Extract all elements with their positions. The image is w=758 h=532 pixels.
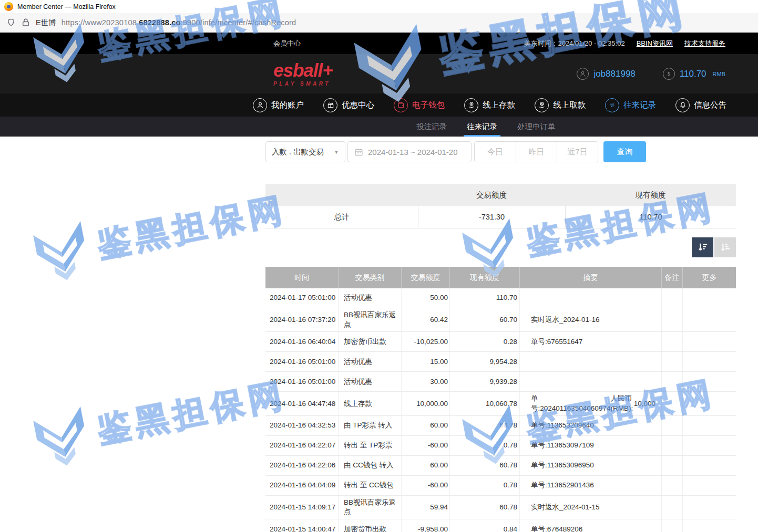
logo-text: esball+ — [273, 61, 333, 79]
last-7-days-button[interactable]: 近7日 — [557, 142, 598, 162]
cell-amount: 60.00 — [401, 456, 449, 475]
watermark-logo-icon — [26, 398, 97, 477]
cell-note — [661, 372, 682, 391]
cell-balance: 9,954.28 — [449, 352, 519, 371]
cell-time: 2024-01-16 04:04:09 — [265, 476, 338, 495]
cell-note — [661, 332, 682, 351]
summary-total-label: 总计 — [265, 206, 418, 228]
lock-icon[interactable] — [21, 18, 30, 27]
nav-item-transaction-records[interactable]: 往来记录 — [605, 98, 656, 112]
nav-item-e-wallet[interactable]: 电子钱包 — [394, 98, 445, 112]
table-row: 2024-01-15 14:00:47 加密货币出款 -9,958.00 0.8… — [265, 519, 736, 532]
nav-item-withdraw[interactable]: 线上取款 — [535, 98, 586, 112]
firefox-icon — [4, 2, 13, 11]
quick-date-buttons: 今日 昨日 近7日 — [474, 141, 598, 162]
cell-amount: 60.42 — [401, 308, 449, 331]
tech-support-link[interactable]: 技术支持服务 — [684, 39, 725, 48]
cell-type: 转出 至 TP彩票 — [338, 436, 401, 455]
cell-more — [682, 352, 736, 371]
cell-type: 加密货币出款 — [338, 519, 401, 532]
browser-titlebar: Member Center — Mozilla Firefox — [0, 0, 758, 13]
cell-time: 2024-01-15 14:09:17 — [265, 496, 338, 519]
shield-icon[interactable] — [6, 18, 16, 27]
summary-total-row: 总计 -731.30 110.70 — [265, 206, 736, 228]
account-info[interactable]: job881998 — [577, 68, 635, 80]
esball-logo[interactable]: esball+ PLAY SMART — [273, 61, 333, 87]
cell-more — [682, 308, 736, 331]
sort-ascending-button[interactable] — [714, 237, 736, 257]
records-icon — [605, 98, 619, 112]
cell-time: 2024-01-16 07:37:20 — [265, 308, 338, 331]
watermark-logo-icon — [26, 213, 97, 292]
tab-pending-orders[interactable]: 处理中订单 — [517, 117, 556, 137]
cell-more — [682, 416, 736, 435]
cell-time: 2024-01-16 06:40:04 — [265, 332, 338, 351]
summary-table: 交易额度 现有额度 总计 -731.30 110.70 — [265, 184, 736, 228]
cell-type: BB视讯百家乐返点 — [338, 308, 401, 331]
site-header: esball+ PLAY SMART job881998 110.70 RMB — [0, 54, 758, 93]
dollar-coin-icon — [663, 68, 675, 80]
nav-item-deposit[interactable]: 线上存款 — [464, 98, 515, 112]
nav-item-my-account[interactable]: 我的账户 — [253, 98, 304, 112]
cell-balance: 0.78 — [449, 436, 519, 455]
username: job881998 — [593, 69, 635, 79]
cell-type: 线上存款 — [338, 392, 401, 415]
cell-amount: -60.00 — [401, 476, 449, 495]
cell-time: 2024-01-16 04:22:06 — [265, 456, 338, 475]
cell-balance: 110.70 — [449, 288, 519, 308]
summary-header-row: 交易额度 现有额度 — [265, 184, 736, 206]
cell-time: 2024-01-16 05:01:00 — [265, 352, 338, 371]
cell-time: 2024-01-16 04:32:53 — [265, 416, 338, 435]
sort-controls — [265, 237, 736, 257]
address-url[interactable]: https://www20230108.6822888.co:9900/infe… — [62, 18, 296, 27]
sort-descending-button[interactable] — [692, 237, 713, 257]
tab-transaction-records[interactable]: 往来记录 — [467, 117, 497, 137]
date-range-input[interactable]: 2024-01-13 ~ 2024-01-20 — [347, 141, 472, 162]
nav-item-announcements[interactable]: 信息公告 — [675, 98, 726, 112]
cell-balance: 10,060.78 — [449, 392, 519, 415]
cell-type: 由 TP彩票 转入 — [338, 416, 401, 435]
cell-summary: 单号:113653209640 — [519, 416, 661, 435]
tab-bet-records[interactable]: 投注记录 — [416, 117, 447, 137]
cell-more — [682, 476, 736, 495]
cell-note — [661, 519, 682, 532]
table-row: 2024-01-16 07:37:20 BB视讯百家乐返点 60.42 60.7… — [265, 308, 736, 332]
cell-time: 2024-01-16 04:47:48 — [265, 392, 338, 415]
yesterday-button[interactable]: 昨日 — [516, 142, 557, 162]
cell-note — [661, 352, 682, 371]
cell-type: BB视讯百家乐返点 — [338, 496, 401, 519]
cell-more — [682, 496, 736, 519]
watermark: 鉴黑担保网 — [26, 175, 292, 292]
table-row: 2024-01-16 04:47:48 线上存款 10,000.00 10,06… — [265, 392, 736, 415]
balance-info[interactable]: 110.70 RMB — [663, 68, 725, 80]
cell-more — [682, 456, 736, 475]
header-balance: 现有额度 — [449, 267, 519, 288]
cell-more — [682, 436, 736, 455]
nav-item-promotions[interactable]: 优惠中心 — [323, 98, 374, 112]
cell-type: 由 CC钱包 转入 — [338, 456, 401, 475]
cell-amount: 60.00 — [401, 416, 449, 435]
cell-summary — [519, 352, 661, 371]
chevron-down-icon: ▼ — [334, 149, 339, 155]
cell-amount: 50.00 — [401, 288, 449, 308]
summary-header-transaction: 交易额度 — [418, 190, 565, 200]
search-button[interactable]: 查询 — [603, 141, 646, 162]
header-amount: 交易额度 — [401, 267, 449, 288]
cell-more — [682, 372, 736, 391]
cell-balance: 60.78 — [449, 496, 519, 519]
header-type: 交易类别 — [338, 267, 401, 288]
bbin-news-link[interactable]: BBIN资讯网 — [637, 39, 673, 48]
cell-amount: 59.94 — [401, 496, 449, 519]
cell-note — [661, 308, 682, 331]
main-navigation: 我的账户 优惠中心 电子钱包 线上存款 线上取款 往来记录 信息公告 — [0, 93, 758, 117]
cell-amount: 30.00 — [401, 372, 449, 391]
cell-type: 活动优惠 — [338, 288, 401, 308]
transaction-type-select[interactable]: 入款 . 出款交易 ▼ — [265, 141, 345, 162]
cell-amount: -10,025.00 — [401, 332, 449, 351]
today-button[interactable]: 今日 — [475, 142, 516, 162]
calendar-icon — [354, 148, 363, 157]
cell-summary: 单号:113653096950 — [519, 456, 661, 475]
gift-icon — [323, 98, 337, 112]
table-row: 2024-01-17 05:01:00 活动优惠 50.00 110.70 — [265, 288, 736, 308]
browser-urlbar[interactable]: E世博 https://www20230108.6822888.co:9900/… — [0, 13, 758, 33]
